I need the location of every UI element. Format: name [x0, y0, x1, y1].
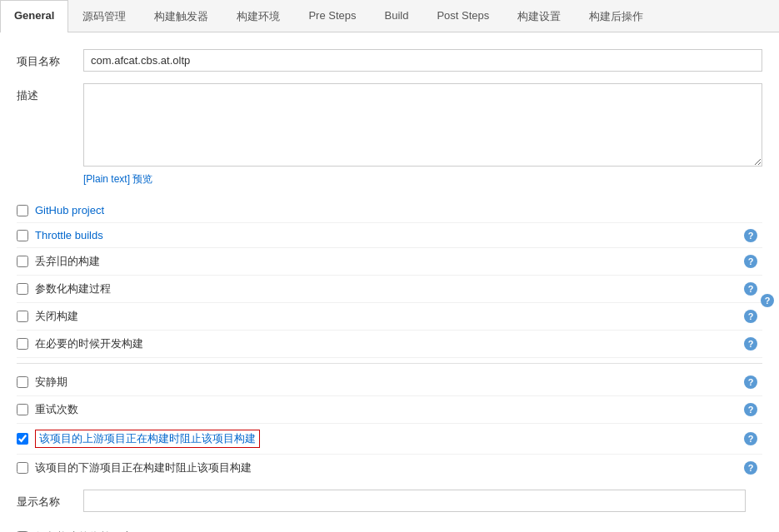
display-name-control — [83, 490, 762, 512]
upstream-block-checkbox[interactable] — [17, 433, 28, 445]
separator-6 — [17, 363, 762, 364]
check-row-retry: 重试次数? — [17, 396, 762, 424]
keep-dep-log-row: 保留构建的依赖日志 — [17, 524, 762, 532]
check-row-build-when-needed: 在必要的时候开发构建? — [17, 331, 762, 358]
project-name-control — [83, 49, 762, 72]
upstream-block-help-icon[interactable]: ? — [744, 432, 757, 445]
project-name-row: 项目名称 — [17, 49, 762, 72]
tab-trigger[interactable]: 构建触发器 — [140, 0, 222, 32]
discard-checkbox[interactable] — [17, 256, 28, 267]
tab-pre-steps[interactable]: Pre Steps — [294, 0, 370, 32]
parameterize-label: 参数化构建过程 — [35, 281, 111, 296]
parameterize-help-icon[interactable]: ? — [744, 282, 757, 296]
upstream-block-label: 该项目的上游项目正在构建时阻止该项目构建 — [35, 430, 260, 448]
tab-post-action[interactable]: 构建后操作 — [575, 0, 657, 32]
display-name-row: 显示名称 ? — [17, 490, 762, 512]
build-when-needed-label: 在必要的时候开发构建 — [35, 336, 143, 351]
plain-text-link[interactable]: [Plain text] — [83, 173, 130, 185]
throttle-checkbox[interactable] — [17, 230, 28, 241]
tab-source[interactable]: 源码管理 — [68, 0, 140, 32]
project-name-input[interactable] — [83, 49, 762, 72]
project-name-label: 项目名称 — [17, 49, 83, 69]
main-content: 项目名称 描述 [Plain text] 预览 GitHub projectTh… — [0, 32, 779, 532]
disable-checkbox[interactable] — [17, 311, 28, 322]
description-control: [Plain text] 预览 — [83, 83, 762, 186]
retry-help-icon[interactable]: ? — [744, 403, 757, 416]
throttle-label: Throttle builds — [35, 229, 103, 241]
check-row-quiet-period: 安静期? — [17, 369, 762, 396]
build-when-needed-checkbox[interactable] — [17, 338, 28, 350]
check-row-upstream-block: 该项目的上游项目正在构建时阻止该项目构建? — [17, 424, 762, 455]
disable-label: 关闭构建 — [35, 309, 78, 324]
display-name-input[interactable] — [83, 490, 746, 512]
preview-link[interactable]: 预览 — [132, 173, 152, 185]
description-textarea[interactable] — [83, 83, 762, 167]
tab-env[interactable]: 构建环境 — [222, 0, 294, 32]
check-row-disable: 关闭构建? — [17, 303, 762, 331]
quiet-period-checkbox[interactable] — [17, 376, 28, 388]
downstream-block-help-icon[interactable]: ? — [744, 461, 757, 475]
check-row-discard: 丢弃旧的构建? — [17, 248, 762, 276]
textarea-hint: [Plain text] 预览 — [83, 172, 762, 186]
throttle-help-icon[interactable]: ? — [744, 229, 757, 242]
description-row: 描述 [Plain text] 预览 — [17, 83, 762, 186]
tab-general[interactable]: General — [0, 0, 68, 32]
tab-build[interactable]: Build — [371, 0, 423, 32]
retry-label: 重试次数 — [35, 402, 78, 417]
downstream-block-checkbox[interactable] — [17, 462, 28, 474]
check-row-parameterize: 参数化构建过程? — [17, 276, 762, 303]
disable-help-icon[interactable]: ? — [744, 310, 757, 323]
display-name-help-icon[interactable]: ? — [761, 294, 774, 307]
description-label: 描述 — [17, 83, 83, 103]
parameterize-checkbox[interactable] — [17, 283, 28, 295]
tab-post-steps[interactable]: Post Steps — [422, 0, 503, 32]
downstream-block-label: 该项目的下游项目正在构建时阻止该项目构建 — [35, 460, 252, 475]
check-row-github: GitHub project — [17, 198, 762, 223]
quiet-period-label: 安静期 — [35, 375, 67, 390]
tab-settings[interactable]: 构建设置 — [503, 0, 575, 32]
quiet-period-help-icon[interactable]: ? — [744, 375, 757, 389]
discard-label: 丢弃旧的构建 — [35, 254, 100, 269]
display-name-label: 显示名称 — [17, 490, 83, 510]
discard-help-icon[interactable]: ? — [744, 255, 757, 268]
tab-bar: General源码管理构建触发器构建环境Pre StepsBuildPost S… — [0, 0, 779, 32]
checkbox-list: GitHub projectThrottle builds?丢弃旧的构建?参数化… — [17, 198, 762, 481]
github-checkbox[interactable] — [17, 205, 28, 216]
github-label: GitHub project — [35, 204, 104, 216]
check-row-downstream-block: 该项目的下游项目正在构建时阻止该项目构建? — [17, 455, 762, 481]
check-row-throttle: Throttle builds? — [17, 223, 762, 248]
build-when-needed-help-icon[interactable]: ? — [744, 337, 757, 351]
retry-checkbox[interactable] — [17, 404, 28, 415]
